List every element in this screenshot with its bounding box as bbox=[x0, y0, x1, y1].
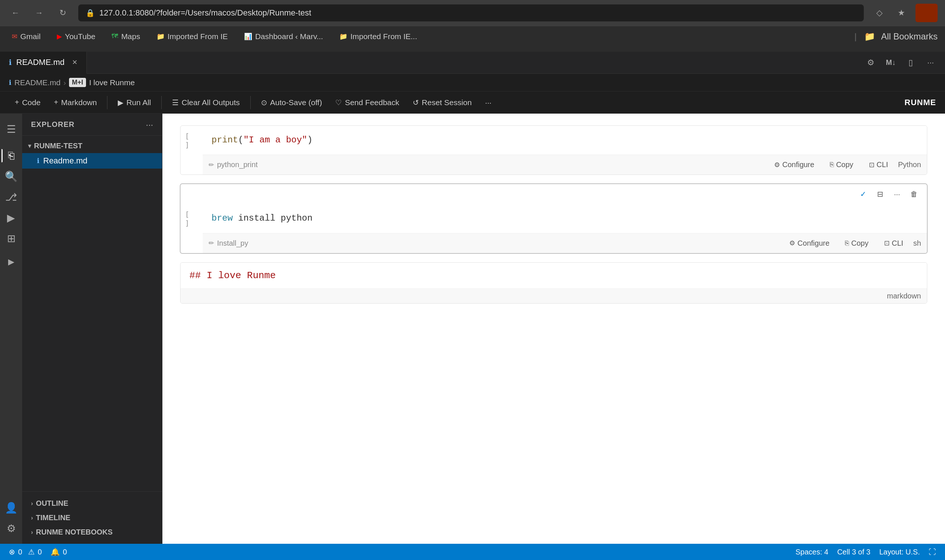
status-left: ⊗ 0 ⚠ 0 🔔 0 bbox=[9, 548, 67, 556]
breadcrumb-separator: › bbox=[63, 78, 66, 87]
status-layout[interactable]: Layout: U.S. bbox=[879, 548, 920, 556]
md-button[interactable]: M↓ bbox=[884, 56, 898, 70]
code-button[interactable]: + Code bbox=[9, 95, 46, 110]
run-debug-button[interactable]: ▶ bbox=[2, 208, 21, 227]
cell-1-cli-button[interactable]: ⊡ CLI bbox=[863, 158, 894, 172]
extensions-button[interactable]: ◇ bbox=[871, 5, 887, 21]
code-paren-close: ) bbox=[307, 135, 312, 145]
cell-2-configure-button[interactable]: ⚙ Configure bbox=[784, 237, 835, 250]
toolbar-sep-1 bbox=[107, 96, 108, 109]
cell-2-check-button[interactable]: ✓ bbox=[856, 187, 870, 201]
status-notifications[interactable]: 🔔 0 bbox=[51, 548, 67, 556]
sidebar-more-button[interactable]: ··· bbox=[146, 120, 153, 130]
cell-3-content[interactable]: ## I love Runme bbox=[180, 263, 927, 288]
menu-icon: ☰ bbox=[7, 123, 16, 135]
feedback-icon: ♡ bbox=[335, 98, 342, 107]
notebook-area: [ ] print("I am a boy") ✏ python_print bbox=[162, 114, 945, 544]
reset-session-button[interactable]: ↺ Reset Session bbox=[407, 95, 478, 110]
cell-2-run-indicator[interactable]: [ ] bbox=[180, 204, 203, 234]
bookmark-dashboard[interactable]: 📊 Dashboard ‹ Marv... bbox=[240, 30, 327, 43]
explorer-button[interactable]: ⎗ bbox=[2, 146, 21, 165]
profile-button[interactable]: 👤 bbox=[2, 498, 21, 517]
expand-icon[interactable]: ⛶ bbox=[929, 548, 936, 556]
source-control-button[interactable]: ⎇ bbox=[2, 188, 21, 206]
address-bar[interactable]: 🔒 127.0.0.1:8080/?folder=/Users/macos/De… bbox=[78, 5, 864, 22]
menu-button[interactable]: ☰ bbox=[2, 120, 21, 139]
code-plus-icon: + bbox=[15, 98, 19, 107]
copy-label-1: Copy bbox=[836, 160, 854, 169]
activity-bar: ☰ ⎗ 🔍 ⎇ ▶ ⊞ ▶ 👤 bbox=[0, 114, 22, 544]
bookmark-gmail[interactable]: ✉ Gmail bbox=[8, 30, 45, 43]
outline-section[interactable]: › OUTLINE bbox=[28, 496, 156, 511]
search-button[interactable]: 🔍 bbox=[2, 167, 21, 186]
cell-1-configure-button[interactable]: ⚙ Configure bbox=[769, 158, 820, 172]
reload-button[interactable]: ↻ bbox=[55, 5, 71, 21]
warning-icon: ⚠ bbox=[28, 548, 35, 556]
send-feedback-button[interactable]: ♡ Send Feedback bbox=[329, 95, 405, 110]
star-button[interactable]: ★ bbox=[893, 5, 910, 21]
more-icon: ··· bbox=[485, 98, 492, 107]
toolbar-more-button[interactable]: ··· bbox=[479, 95, 498, 110]
status-right: Spaces: 4 Cell 3 of 3 Layout: U.S. ⛶ bbox=[795, 548, 936, 556]
explorer-icon: ⎗ bbox=[8, 150, 14, 162]
status-spaces[interactable]: Spaces: 4 bbox=[795, 548, 828, 556]
tab-readme[interactable]: ℹ README.md ✕ bbox=[0, 52, 87, 74]
cell-1-code[interactable]: print("I am a boy") bbox=[203, 126, 927, 155]
project-header[interactable]: ▾ RUNME-TEST bbox=[22, 139, 162, 153]
cell-2-actions: ⚙ Configure ⎘ Copy ⊡ CLI bbox=[784, 237, 921, 250]
cell-2-cli-button[interactable]: ⊡ CLI bbox=[879, 237, 909, 250]
cell-1-content: print("I am a boy") ✏ python_print ⚙ Con… bbox=[203, 126, 927, 174]
markdown-button[interactable]: + Markdown bbox=[48, 95, 103, 110]
cell-2-code[interactable]: brew install python bbox=[203, 204, 927, 233]
status-errors[interactable]: ⊗ 0 ⚠ 0 bbox=[9, 548, 42, 556]
browser-toolbar: ← → ↻ 🔒 127.0.0.1:8080/?folder=/Users/ma… bbox=[0, 0, 945, 26]
cell-1-copy-button[interactable]: ⎘ Copy bbox=[824, 158, 859, 172]
cell-2-delete-button[interactable]: 🗑 bbox=[907, 187, 921, 201]
run-debug-icon: ▶ bbox=[7, 212, 15, 224]
timeline-section[interactable]: › TIMELINE bbox=[28, 511, 156, 525]
address-text: 127.0.0.1:8080/?folder=/Users/macos/Desk… bbox=[99, 8, 856, 18]
bookmark-maps[interactable]: 🗺 Maps bbox=[107, 30, 144, 43]
bookmark-ie2[interactable]: 📁 Imported From IE... bbox=[335, 30, 422, 43]
cell-2-split-button[interactable]: ⊟ bbox=[873, 187, 887, 201]
auto-save-button[interactable]: ⊙ Auto-Save (off) bbox=[255, 95, 328, 110]
profile-avatar[interactable] bbox=[916, 4, 937, 22]
more-actions-button[interactable]: ··· bbox=[923, 56, 937, 70]
forward-button[interactable]: → bbox=[31, 5, 47, 21]
sidebar: EXPLORER ··· ▾ RUNME-TEST ℹ Readme.md bbox=[22, 114, 162, 544]
cell-1-run-indicator[interactable]: [ ] bbox=[180, 126, 203, 155]
all-bookmarks[interactable]: | 📁 All Bookmarks bbox=[854, 31, 937, 42]
extensions-button[interactable]: ⊞ bbox=[2, 229, 21, 248]
tab-info-icon: ℹ bbox=[9, 58, 12, 67]
outline-label: OUTLINE bbox=[36, 499, 68, 508]
cell-1-bracket: [ ] bbox=[185, 132, 198, 149]
runme-activity-button[interactable]: ▶ bbox=[2, 252, 21, 272]
clear-all-label: Clear All Outputs bbox=[182, 98, 240, 107]
main-content: ☰ ⎗ 🔍 ⎇ ▶ ⊞ ▶ 👤 bbox=[0, 114, 945, 544]
bookmark-youtube[interactable]: ▶ YouTube bbox=[52, 30, 100, 43]
lock-icon: 🔒 bbox=[86, 8, 95, 17]
notebooks-section[interactable]: › RUNME NOTEBOOKS bbox=[28, 525, 156, 539]
clear-all-button[interactable]: ☰ Clear All Outputs bbox=[166, 95, 246, 110]
cell-1-pencil-icon: ✏ bbox=[208, 161, 214, 169]
back-button[interactable]: ← bbox=[8, 5, 24, 21]
markdown-plus-icon: + bbox=[54, 98, 58, 107]
settings-activity-button[interactable]: ⚙ bbox=[2, 519, 21, 538]
settings-button[interactable]: ⚙ bbox=[864, 56, 878, 70]
youtube-icon: ▶ bbox=[57, 32, 62, 41]
breadcrumb-file[interactable]: README.md bbox=[14, 78, 60, 87]
bookmark-ie[interactable]: 📁 Imported From IE bbox=[152, 30, 232, 43]
run-all-button[interactable]: ▶ Run All bbox=[112, 95, 157, 110]
cell-2-top-actions: ✓ ⊟ ··· 🗑 bbox=[180, 184, 927, 204]
cell-2-copy-button[interactable]: ⎘ Copy bbox=[839, 237, 874, 250]
all-bookmarks-label: All Bookmarks bbox=[881, 31, 937, 42]
status-cell-position[interactable]: Cell 3 of 3 bbox=[837, 548, 870, 556]
toolbar-sep-2 bbox=[161, 96, 162, 109]
file-readme[interactable]: ℹ Readme.md bbox=[22, 153, 162, 169]
split-editor-button[interactable]: ▯ bbox=[903, 56, 918, 70]
breadcrumb-section-badge: M+I bbox=[69, 78, 86, 87]
tab-close-button[interactable]: ✕ bbox=[72, 58, 77, 66]
browser-chrome: ← → ↻ 🔒 127.0.0.1:8080/?folder=/Users/ma… bbox=[0, 0, 945, 52]
cell-2-more-button[interactable]: ··· bbox=[890, 187, 904, 201]
settings-gear-icon: ⚙ bbox=[7, 522, 16, 535]
